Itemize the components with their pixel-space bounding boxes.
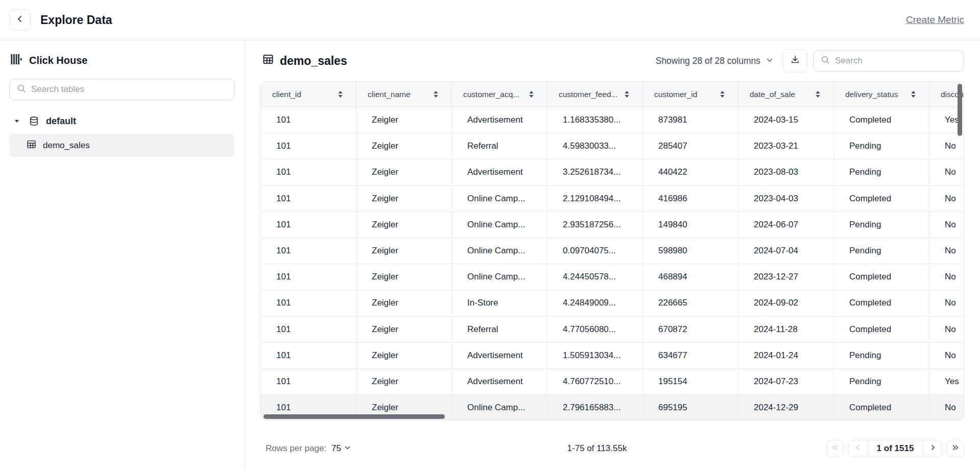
table-cell: 4.77056080... xyxy=(547,317,643,342)
table-cell: 440422 xyxy=(643,159,738,185)
columns-summary-dropdown[interactable]: Showing 28 of 28 columns xyxy=(656,56,773,66)
table-grid-icon xyxy=(27,139,36,152)
app-header: Explore Data Create Metric xyxy=(0,0,980,40)
sort-icon xyxy=(816,91,820,98)
database-name: default xyxy=(46,116,76,127)
table-cell: Completed xyxy=(834,317,929,342)
back-button[interactable] xyxy=(9,9,31,31)
create-metric-link[interactable]: Create Metric xyxy=(906,14,964,26)
page-indicator: 1 of 1515 xyxy=(867,440,923,457)
table-cell: 101 xyxy=(261,317,356,342)
column-header-client_name[interactable]: client_name xyxy=(356,82,452,107)
table-cell: Online Camp... xyxy=(452,395,547,420)
table-cell: 101 xyxy=(261,107,356,133)
table-cell: 695195 xyxy=(643,395,738,420)
table-cell: 149840 xyxy=(643,212,738,238)
last-page-button[interactable] xyxy=(947,440,964,457)
grid-footer: Rows per page: 75 1-75 of 113.55k xyxy=(260,435,964,462)
connection-row: Click House xyxy=(9,54,234,67)
table-row[interactable]: 101ZeiglerIn-Store4.24849009...226665202… xyxy=(261,290,964,316)
table-search-box xyxy=(813,50,964,72)
table-cell: 101 xyxy=(261,369,356,394)
column-label: customer_feed... xyxy=(559,90,617,99)
table-cell: 101 xyxy=(261,159,356,185)
table-row[interactable]: 101ZeiglerOnline Camp...4.24450578...468… xyxy=(261,264,964,290)
table-cell: 2024-07-23 xyxy=(738,369,834,394)
prev-page-button[interactable] xyxy=(849,440,867,457)
chevron-right-icon xyxy=(929,444,936,453)
column-label: client_id xyxy=(272,90,301,99)
main-panel: demo_sales Showing 28 of 28 columns xyxy=(245,40,980,470)
table-cell: 2024-12-29 xyxy=(738,395,834,420)
table-cell: 2.796165883... xyxy=(547,395,643,420)
sort-icon xyxy=(529,91,534,98)
page-title: Explore Data xyxy=(40,13,112,27)
table-cell: 2024-06-07 xyxy=(738,212,834,238)
table-cell: No xyxy=(929,159,964,185)
grid-body: 101ZeiglerAdvertisement1.168335380...873… xyxy=(261,107,964,420)
table-cell: Zeigler xyxy=(356,317,452,342)
double-chevron-left-icon xyxy=(831,444,839,453)
column-label: date_of_sale xyxy=(750,90,795,99)
table-cell: Zeigler xyxy=(356,133,452,159)
columns-summary-label: Showing 28 of 28 columns xyxy=(656,56,760,66)
column-header-client_id[interactable]: client_id xyxy=(261,82,356,107)
table-cell: Yes xyxy=(929,369,964,394)
table-cell: 598980 xyxy=(643,238,738,264)
download-button[interactable] xyxy=(783,49,807,73)
column-header-date_of_sale[interactable]: date_of_sale xyxy=(738,82,834,107)
column-header-customer_acq[interactable]: customer_acq... xyxy=(452,82,547,107)
table-cell: 416986 xyxy=(643,186,738,212)
table-cell: 4.24849009... xyxy=(547,290,643,316)
sort-icon xyxy=(625,91,629,98)
column-header-delivery_status[interactable]: delivery_status xyxy=(834,82,929,107)
first-page-button[interactable] xyxy=(826,440,844,457)
horizontal-scrollbar-thumb[interactable] xyxy=(264,414,445,419)
column-header-customer_id[interactable]: customer_id xyxy=(643,82,738,107)
table-cell: 2023-12-27 xyxy=(738,264,834,290)
table-row[interactable]: 101ZeiglerOnline Camp...2.129108494...41… xyxy=(261,186,964,212)
table-row[interactable]: 101ZeiglerOnline Camp...2.935187256...14… xyxy=(261,212,964,238)
table-cell: Zeigler xyxy=(356,369,452,394)
column-header-customer_feed[interactable]: customer_feed... xyxy=(547,82,643,107)
table-cell: Completed xyxy=(834,395,929,420)
table-cell: 2.129108494... xyxy=(547,186,643,212)
connection-name: Click House xyxy=(29,55,87,66)
table-cell: Referral xyxy=(452,317,547,342)
table-cell: 1.168335380... xyxy=(547,107,643,133)
sidebar-item-label: demo_sales xyxy=(43,140,90,151)
column-label: client_name xyxy=(368,90,411,99)
table-row[interactable]: 101ZeiglerReferral4.59830033...285407202… xyxy=(261,133,964,159)
sort-icon xyxy=(434,91,438,98)
table-row[interactable]: 101ZeiglerOnline Camp...0.09704075...598… xyxy=(261,238,964,264)
table-cell: 3.252618734... xyxy=(547,159,643,185)
table-cell: 2.935187256... xyxy=(547,212,643,238)
column-label: delivery_status xyxy=(845,90,898,99)
search-icon xyxy=(17,84,26,95)
table-row[interactable]: 101ZeiglerAdvertisement1.168335380...873… xyxy=(261,107,964,133)
search-tables-input[interactable] xyxy=(31,84,228,95)
table-cell: 2023-08-03 xyxy=(738,159,834,185)
table-cell: Zeigler xyxy=(356,264,452,290)
table-cell: Pending xyxy=(834,238,929,264)
table-row[interactable]: 101ZeiglerAdvertisement1.505913034...634… xyxy=(261,343,964,369)
chevron-down-icon xyxy=(344,443,351,454)
table-cell: 2024-11-28 xyxy=(738,317,834,342)
table-search-input[interactable] xyxy=(835,56,958,66)
caret-down-icon[interactable] xyxy=(9,118,25,124)
table-row[interactable]: 101ZeiglerReferral4.77056080...670872202… xyxy=(261,317,964,343)
table-cell: 0.09704075... xyxy=(547,238,643,264)
chevron-down-icon xyxy=(766,56,773,66)
vertical-scrollbar-thumb[interactable] xyxy=(958,84,962,136)
database-row-default[interactable]: default xyxy=(9,112,234,130)
table-cell: Completed xyxy=(834,186,929,212)
next-page-button[interactable] xyxy=(923,440,942,457)
table-row[interactable]: 101ZeiglerAdvertisement4.760772510...195… xyxy=(261,369,964,395)
table-grid-icon xyxy=(262,54,274,68)
sidebar-item-demo-sales[interactable]: demo_sales xyxy=(9,134,234,157)
rows-per-page-select[interactable]: 75 xyxy=(331,443,351,454)
table-cell: No xyxy=(929,186,964,212)
table-row[interactable]: 101ZeiglerAdvertisement3.252618734...440… xyxy=(261,159,964,185)
table-cell: 873981 xyxy=(643,107,738,133)
table-cell: Zeigler xyxy=(356,343,452,368)
